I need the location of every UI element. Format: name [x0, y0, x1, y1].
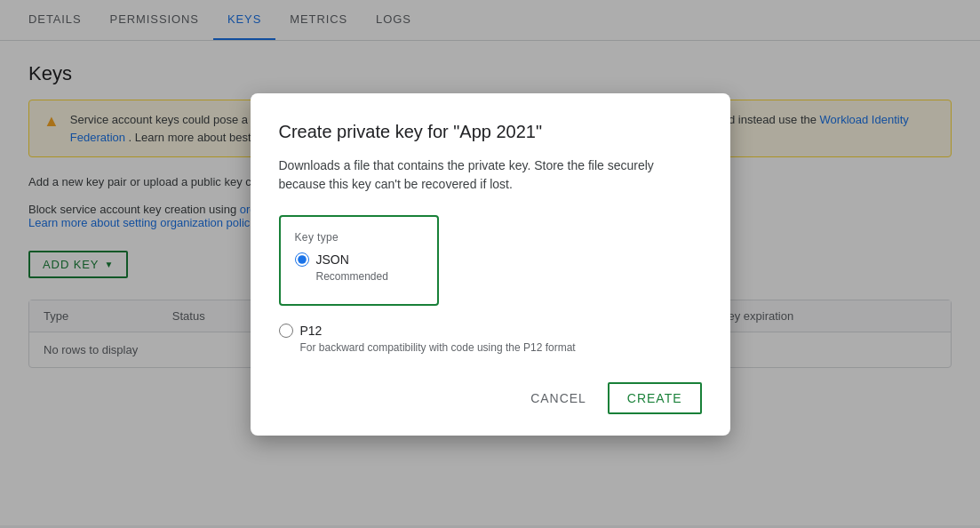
create-button[interactable]: CREATE — [608, 382, 702, 414]
json-sub-label: Recommended — [316, 270, 423, 283]
key-type-label: Key type — [295, 231, 423, 244]
dialog: Create private key for "App 2021" Downlo… — [251, 93, 730, 436]
dialog-overlay[interactable]: Create private key for "App 2021" Downlo… — [0, 0, 980, 528]
key-type-box: Key type JSON Recommended — [279, 215, 439, 306]
p12-option[interactable]: P12 For backward compatibility with code… — [279, 324, 702, 354]
dialog-actions: CANCEL CREATE — [279, 382, 702, 414]
dialog-title: Create private key for "App 2021" — [279, 122, 702, 142]
p12-radio[interactable] — [279, 324, 293, 338]
p12-radio-row[interactable]: P12 — [279, 324, 702, 338]
cancel-button[interactable]: CANCEL — [516, 384, 601, 412]
dialog-description: Downloads a file that contains the priva… — [279, 156, 702, 194]
p12-sub-label: For backward compatibility with code usi… — [300, 341, 702, 354]
json-label: JSON — [316, 252, 349, 267]
json-option[interactable]: JSON — [295, 252, 423, 267]
json-radio[interactable] — [295, 252, 309, 267]
p12-label: P12 — [300, 324, 323, 338]
